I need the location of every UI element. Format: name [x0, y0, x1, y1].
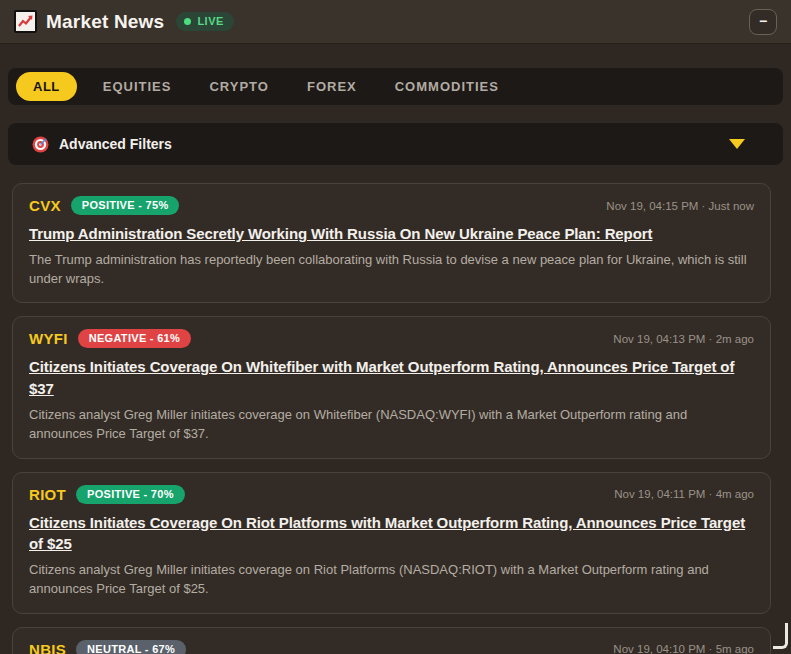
article-timestamp: Nov 19, 04:10 PM · 5m ago — [613, 643, 754, 654]
news-card: CVX POSITIVE - 75% Nov 19, 04:15 PM · Ju… — [12, 183, 771, 303]
article-headline-link[interactable]: Citizens Initiates Coverage On Riot Plat… — [29, 512, 754, 556]
tab-forex[interactable]: FOREX — [295, 72, 369, 101]
advanced-filters-toggle[interactable]: Advanced Filters — [8, 123, 783, 165]
card-meta-row: WYFI NEGATIVE - 61% Nov 19, 04:13 PM · 2… — [29, 329, 754, 348]
tab-crypto[interactable]: CRYPTO — [197, 72, 280, 101]
chevron-down-icon[interactable] — [729, 139, 745, 149]
card-meta-row: NBIS NEUTRAL - 67% Nov 19, 04:10 PM · 5m… — [29, 640, 754, 654]
app-header: Market News LIVE − — [0, 0, 791, 44]
sentiment-badge: POSITIVE - 75% — [71, 196, 180, 215]
ticker-symbol[interactable]: NBIS — [29, 641, 66, 654]
card-meta-row: RIOT POSITIVE - 70% Nov 19, 04:11 PM · 4… — [29, 485, 754, 504]
article-headline-link[interactable]: Citizens Initiates Coverage On Whitefibe… — [29, 356, 754, 400]
ticker-symbol[interactable]: RIOT — [29, 486, 66, 503]
card-meta-row: CVX POSITIVE - 75% Nov 19, 04:15 PM · Ju… — [29, 196, 754, 215]
live-dot-icon — [184, 18, 191, 25]
news-card: RIOT POSITIVE - 70% Nov 19, 04:11 PM · 4… — [12, 472, 771, 614]
page-title: Market News — [46, 11, 164, 33]
tab-all[interactable]: ALL — [16, 72, 77, 101]
category-tab-bar: ALL EQUITIES CRYPTO FOREX COMMODITIES — [8, 68, 783, 105]
chart-increasing-icon — [14, 10, 37, 33]
advanced-filters-label: Advanced Filters — [59, 136, 172, 152]
tab-commodities[interactable]: COMMODITIES — [383, 72, 511, 101]
article-timestamp: Nov 19, 04:13 PM · 2m ago — [613, 333, 754, 345]
live-label: LIVE — [197, 15, 223, 27]
article-summary: Citizens analyst Greg Miller initiates c… — [29, 406, 754, 444]
news-card: NBIS NEUTRAL - 67% Nov 19, 04:10 PM · 5m… — [12, 627, 771, 654]
target-icon — [32, 136, 49, 153]
sentiment-badge: NEGATIVE - 61% — [78, 329, 191, 348]
article-timestamp: Nov 19, 04:11 PM · 4m ago — [614, 488, 754, 500]
news-card: WYFI NEGATIVE - 61% Nov 19, 04:13 PM · 2… — [12, 316, 771, 458]
article-timestamp: Nov 19, 04:15 PM · Just now — [606, 200, 754, 212]
sentiment-badge: POSITIVE - 70% — [76, 485, 185, 504]
article-summary: The Trump administration has reportedly … — [29, 251, 754, 289]
article-headline-link[interactable]: Trump Administration Secretly Working Wi… — [29, 223, 754, 245]
ticker-symbol[interactable]: CVX — [29, 197, 61, 214]
ticker-symbol[interactable]: WYFI — [29, 330, 68, 347]
news-list: CVX POSITIVE - 75% Nov 19, 04:15 PM · Ju… — [0, 183, 791, 654]
sentiment-badge: NEUTRAL - 67% — [76, 640, 186, 654]
minimize-button[interactable]: − — [749, 9, 777, 35]
live-badge: LIVE — [176, 12, 233, 31]
tab-equities[interactable]: EQUITIES — [91, 72, 184, 101]
article-summary: Citizens analyst Greg Miller initiates c… — [29, 561, 754, 599]
resize-corner-handle[interactable] — [773, 623, 788, 649]
